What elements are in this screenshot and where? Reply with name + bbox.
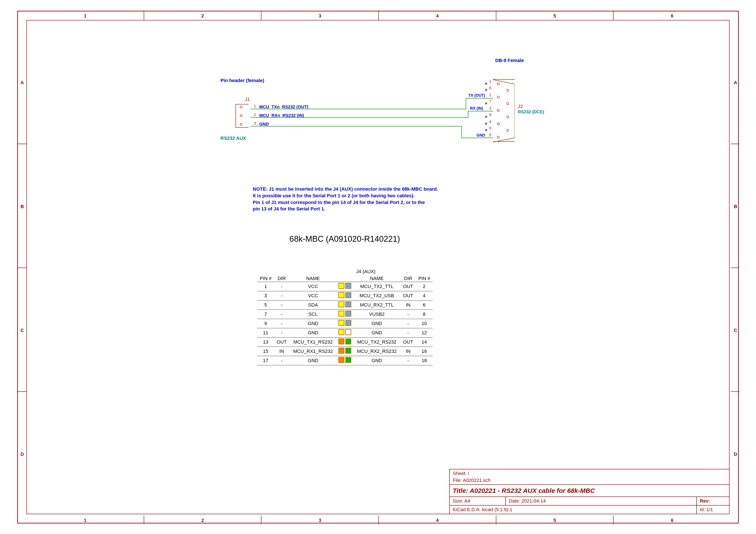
pinout-row: 11-GNDGND-12 <box>257 328 433 338</box>
ruler-bot-num: 2 <box>201 518 204 523</box>
j2-pin-num: 2 <box>489 93 491 97</box>
pinout-row: 7-SCLVUSB2-8 <box>257 310 433 319</box>
pin-color-right <box>345 339 351 344</box>
j1-name: RS232 AUX <box>221 136 246 141</box>
j2-pin-num: 1 <box>489 80 491 84</box>
pinout-header-cell: DIR <box>400 275 416 282</box>
ruler-bot-num: 5 <box>554 518 556 523</box>
pinout-row: 9-GNDGND-10 <box>257 319 433 328</box>
j2-gnd-label: GND <box>476 133 485 138</box>
j2-name: RS232 (DCE) <box>518 110 544 114</box>
ruler-top-num: 6 <box>671 13 673 19</box>
j2-pin-num: 4 <box>489 119 491 124</box>
pin-color-left <box>338 311 344 317</box>
nc-mark: × <box>485 88 487 93</box>
ruler-top-num: 4 <box>436 13 439 19</box>
ruler-top-num: 2 <box>201 13 204 19</box>
j2-pin-num: 6 <box>489 86 491 90</box>
j2-pin-num: 9 <box>489 126 491 131</box>
ruler-bot-num: 4 <box>436 518 439 523</box>
pinout-header-cell: NAME <box>289 275 337 282</box>
pin-color-right <box>345 348 351 354</box>
ruler-top-num: 3 <box>319 13 321 19</box>
ruler-left-letter: B <box>20 204 24 209</box>
j2-pin-num: 3 <box>489 106 491 111</box>
pin-color-left <box>338 357 344 363</box>
j2-pin-circle <box>497 83 500 85</box>
tb-id: Id: 1/1 <box>697 506 729 514</box>
j2-pin-circle <box>497 109 500 112</box>
pinout-row: 5-SDAMCU_RX2_TTLIN6 <box>257 300 433 310</box>
pin-color-right <box>345 329 351 335</box>
j2-component <box>493 79 515 142</box>
ruler-bot-num: 6 <box>671 518 673 523</box>
ruler-top-num: 1 <box>84 13 86 19</box>
tb-file: File: A020221.sch <box>450 477 729 484</box>
pinout-row: 1-VCCMCU_TX2_TTLOUT2 <box>257 282 433 291</box>
ruler-bot-num: 1 <box>84 518 86 523</box>
heading: 68k-MBC (A091020-R140221) <box>289 234 400 243</box>
ruler-left-letter: D <box>20 451 24 457</box>
nc-mark: × <box>485 128 487 133</box>
j2-tx-label: TX (OUT) <box>468 93 485 98</box>
schematic-sheet: 112233445566AABBCCDD Pin header (female)… <box>17 11 739 523</box>
pinout-row: 13OUTMCU_TX1_RS232MCU_TX2_RS232OUT14 <box>257 338 433 347</box>
schematic-note: NOTE: J1 must be inserted into the J4 (A… <box>253 186 511 213</box>
nc-mark: × <box>485 81 487 86</box>
pin-color-right <box>345 292 351 298</box>
j2-refdes: J2 <box>518 104 523 109</box>
db9-label: DB-9 Female <box>495 58 524 63</box>
ruler-bot-num: 3 <box>319 518 321 523</box>
pinout-header-cell <box>337 275 345 282</box>
pinout-header-cell: PIN # <box>416 275 433 282</box>
pin-color-left <box>338 320 344 326</box>
pinout-table: PIN #DIRNAMENAMEDIRPIN # 1-VCCMCU_TX2_TT… <box>257 275 433 365</box>
tb-date: Date: 2021-04-14 <box>506 497 697 505</box>
pin-color-right <box>345 283 351 289</box>
tb-rev: Rev: <box>697 497 729 505</box>
j2-pin-circle <box>506 102 509 105</box>
ruler-top-num: 5 <box>554 13 556 19</box>
nc-mark: × <box>485 121 487 126</box>
j2-pin-circle <box>506 129 509 132</box>
pinout-row: 15INMCU_RX1_RS232MCU_RX2_RS232IN16 <box>257 347 433 356</box>
tb-sheet: Sheet: / <box>450 470 729 477</box>
pin-color-left <box>338 292 344 298</box>
title-block: Sheet: / File: A020221.sch Title: A02022… <box>449 469 729 514</box>
tb-tool: KiCad E.D.A. kicad (5.1.9)-1 <box>450 506 697 514</box>
tb-size: Size: A4 <box>450 497 506 505</box>
ruler-right-letter: A <box>734 80 737 86</box>
ruler-right-letter: C <box>734 328 737 333</box>
j2-pin-circle <box>497 96 500 98</box>
pin-color-right <box>345 357 351 363</box>
j2-pin-circle <box>497 136 500 139</box>
j2-pin-circle <box>506 116 509 118</box>
ruler-right-letter: B <box>734 204 737 209</box>
pin-color-right <box>345 320 351 326</box>
pin-color-right <box>345 301 351 307</box>
j2-pin-circle <box>497 123 500 125</box>
nc-mark: × <box>485 114 487 119</box>
ruler-left-letter: A <box>20 80 24 86</box>
nc-mark: × <box>485 101 487 106</box>
j2-pin-circle <box>506 89 509 91</box>
pinout-row: 17-GNDGND-18 <box>257 356 433 365</box>
j2-pin-num: 5 <box>489 133 491 138</box>
ruler-left-letter: C <box>20 328 24 333</box>
tb-title: Title: A020221 - RS232 AUX cable for 68k… <box>450 484 729 496</box>
pinout-caption: J4 (AUX) <box>356 269 375 274</box>
pinout-row: 3-VCCMCU_TX2_USBOUT4 <box>257 291 433 300</box>
j1-component <box>235 104 253 128</box>
pin-color-left <box>338 283 344 289</box>
j2-pin-num: 7 <box>489 99 491 104</box>
inner-frame <box>27 20 729 514</box>
j2-rx-label: RX (IN) <box>470 106 483 111</box>
label-pinheader: Pin header (female) <box>221 78 264 83</box>
ruler-right-letter: D <box>734 451 737 457</box>
pin-color-right <box>345 311 351 317</box>
pin-color-left <box>338 339 344 344</box>
j2-pin-num: 8 <box>489 113 491 117</box>
pin-color-left <box>338 329 344 335</box>
pinout-header-cell: PIN # <box>257 275 274 282</box>
j1-refdes: J1 <box>245 96 250 102</box>
